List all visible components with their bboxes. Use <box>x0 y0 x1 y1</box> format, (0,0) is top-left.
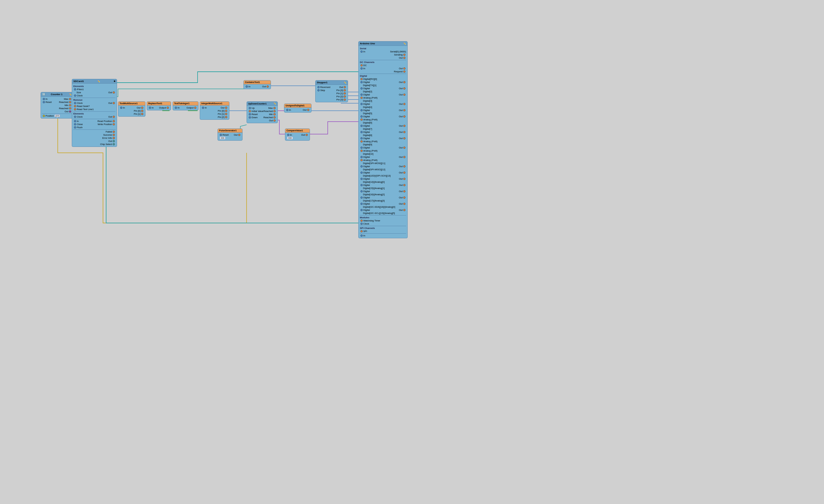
arduino-title: Arduino Uno <box>360 42 375 45</box>
port-dot <box>69 98 71 100</box>
port-dot <box>149 107 151 109</box>
arduino-digital6-label: Analog (PvM) <box>360 118 406 121</box>
counter1-body: In Max Reset Reached Min Reached <box>41 97 73 118</box>
pulsegenerator1-header[interactable]: PulseGenerator1 <box>218 129 242 133</box>
port-dot <box>225 110 227 112</box>
arduino-edit[interactable]: ✏️ <box>403 42 406 45</box>
port-label: Pin [2] <box>218 116 224 119</box>
port-label: Digital[17]/[Analog[3] <box>360 199 385 202</box>
port-dot <box>403 131 405 133</box>
port-dot <box>403 54 405 56</box>
arduino-a2: Digital Out <box>360 190 406 193</box>
updowncounter1-header[interactable]: UpDownCounter1 ✏️ <box>247 102 278 106</box>
integermulti-title: IntegerMultiSource1 <box>201 102 222 105</box>
port-label: Pin [3] <box>336 98 343 101</box>
port-label: Max <box>64 98 68 100</box>
integermultisource1-body: In Out Pin [0] Pin [1] Pin [2] <box>200 105 229 119</box>
port-dot <box>360 203 363 205</box>
port-dot <box>274 116 276 119</box>
unsignedtodigital1-body: In Out <box>284 108 311 112</box>
port-label: Analog (PvM) <box>363 118 377 121</box>
arduino-bottom-in: In <box>360 234 406 237</box>
divider <box>360 60 406 60</box>
sdcard1-header[interactable]: SDCard1 ✏️ ✖ <box>72 79 117 84</box>
comparevalue1-body: In Out 333 <box>285 133 310 140</box>
arduino-watchdog: Watchdog Timer <box>360 219 406 222</box>
counter1-edit[interactable]: ✏️ <box>69 93 72 96</box>
port-dot <box>113 140 115 142</box>
updown-edit[interactable]: ✏️ <box>274 102 276 105</box>
integermultisource1-header[interactable]: IntegerMultiSource1 <box>200 102 229 105</box>
port-label: Read Position <box>97 120 112 123</box>
port-label: Pin [1] <box>336 92 343 95</box>
port-dot <box>403 109 405 111</box>
port-label: Digital[TX][1] <box>360 84 377 87</box>
arduino-digital7: Digital Out <box>360 124 406 127</box>
port-dot <box>113 91 115 94</box>
stepper1-header[interactable]: Stepper1 ✏️ <box>316 81 348 85</box>
replacetext1-header[interactable]: ReplaceText1 <box>147 102 171 105</box>
arduino-digital10-label: Analog (PvM) <box>360 149 406 152</box>
texttointeger1-node: TextToInteger1 In Output <box>173 101 199 110</box>
clock-label: Clock <box>77 94 83 97</box>
port-label: Out <box>399 190 403 193</box>
arduino-header[interactable]: Arduino Uno ✏️ <box>358 41 407 46</box>
port-label: Out <box>399 171 403 174</box>
compare-in: In Out <box>287 133 308 136</box>
port-label: Pin [1] <box>134 113 140 115</box>
sdcard1-failed: Failed <box>73 130 115 133</box>
arduino-i2c-sda-label: Digital[I2C-SDA][18]/[Analog[4] <box>360 206 406 208</box>
port-dot <box>69 104 71 106</box>
sdcard1-clock2: Clock Out <box>73 102 115 105</box>
port-label: Digital <box>363 146 370 149</box>
port-dot <box>74 126 76 128</box>
sdcard1-close[interactable]: ✖ <box>114 80 115 83</box>
port-label: Digital <box>363 109 370 112</box>
arduino-sending: Sending <box>360 53 406 56</box>
port-label: Out <box>399 156 403 158</box>
port-label: Digital <box>363 103 370 105</box>
port-label: Digital <box>363 209 370 212</box>
port-dot <box>360 131 363 133</box>
port-label: Out <box>399 209 403 212</box>
arduino-digital-tx1: Digital Out <box>360 81 406 84</box>
arduino-digital3: Digital Out <box>360 93 406 96</box>
port-label: In <box>45 98 47 100</box>
arduino-digital9: Digital Out <box>360 137 406 140</box>
texttointeger1-header[interactable]: TextToInteger1 <box>173 102 198 105</box>
port-dot <box>267 86 269 88</box>
integermulti-pin2: Pin [2] <box>201 116 228 119</box>
comparevalue-title: CompareValue1 <box>287 129 303 132</box>
port-label: Out <box>137 106 140 109</box>
port-label: Output <box>159 106 166 109</box>
port-dot <box>69 110 71 113</box>
port-label: Digital[RX][0] <box>363 78 377 81</box>
port-dot <box>74 102 76 104</box>
containstext1-header[interactable]: ContainsText1 <box>244 81 271 84</box>
textmultisource1-header[interactable]: TextMultiSource1 <box>118 102 145 105</box>
unsignedtodigital1-header[interactable]: UnsignedToDigital1 <box>284 104 311 108</box>
port-label: Digital[8] <box>360 134 372 137</box>
integermulti-pin1: Pin [1] <box>201 113 228 115</box>
arduino-spi12-label: Digital[SPI-MISO][12] <box>360 168 406 171</box>
port-dot <box>360 220 363 222</box>
comparevalue1-header[interactable]: CompareValue1 <box>285 129 310 133</box>
port-dot <box>360 178 363 180</box>
arduino-a1: Digital Out <box>360 184 406 186</box>
port-label: Out <box>399 184 403 186</box>
port-dot <box>43 101 45 103</box>
port-label: Reset <box>45 101 52 104</box>
arduino-a2-label: Digital[16]/[Analog[2] <box>360 193 406 196</box>
port-dot <box>360 197 363 199</box>
port-dot <box>74 88 76 91</box>
port-label: Pin [0] <box>134 110 140 112</box>
port-dot <box>249 110 251 112</box>
port-label: Digital <box>363 93 370 96</box>
port-dot <box>360 81 363 83</box>
sdcard1-edit[interactable]: ✏️ <box>97 80 100 83</box>
counter1-header[interactable]: 🔢 Counter 1 ✏️ <box>41 92 73 97</box>
stepper1-edit[interactable]: ✏️ <box>344 82 346 84</box>
port-dot <box>360 230 363 232</box>
divider4 <box>360 226 406 226</box>
section-remove: Remove <box>73 99 115 101</box>
